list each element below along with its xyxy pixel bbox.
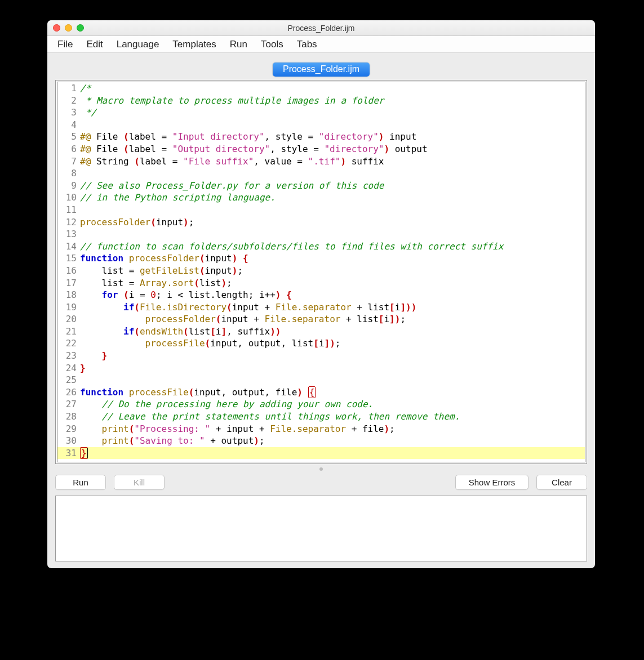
code-content[interactable]: // See also Process_Folder.py for a vers…	[79, 180, 585, 192]
code-content[interactable]: #@ File (label = "Input directory", styl…	[79, 131, 585, 143]
code-line[interactable]: 21 if(endsWith(list[i], suffix))	[57, 325, 585, 338]
code-content[interactable]: function processFolder(input) {	[79, 252, 585, 265]
code-content[interactable]	[79, 374, 585, 386]
line-number: 12	[57, 216, 79, 229]
line-number: 8	[57, 167, 79, 180]
document-tab[interactable]: Process_Folder.ijm	[273, 63, 370, 77]
menu-templates[interactable]: Templates	[167, 37, 224, 52]
line-number: 16	[57, 265, 79, 277]
code-line[interactable]: 23 }	[57, 350, 585, 362]
clear-button[interactable]: Clear	[536, 475, 587, 490]
code-editor[interactable]: 1/*2 * Macro template to process multipl…	[57, 82, 585, 462]
kill-button[interactable]: Kill	[114, 475, 165, 490]
code-line[interactable]: 5#@ File (label = "Input directory", sty…	[57, 131, 585, 143]
code-content[interactable]: #@ String (label = "File suffix", value …	[79, 155, 585, 168]
code-line[interactable]: 25	[57, 374, 585, 386]
code-line[interactable]: 4	[57, 119, 585, 131]
code-content[interactable]: }	[79, 350, 585, 362]
code-content[interactable]	[79, 119, 585, 131]
output-console[interactable]	[55, 496, 587, 561]
menu-edit[interactable]: Edit	[81, 37, 110, 52]
zoom-icon[interactable]	[77, 24, 84, 32]
code-line[interactable]: 15function processFolder(input) {	[57, 252, 585, 265]
code-content[interactable]	[79, 167, 585, 180]
code-content[interactable]: list = getFileList(input);	[79, 265, 585, 277]
code-line[interactable]: 9// See also Process_Folder.py for a ver…	[57, 180, 585, 192]
menu-file[interactable]: File	[52, 37, 81, 52]
code-line[interactable]: 1/*	[57, 82, 585, 95]
code-line[interactable]: 7#@ String (label = "File suffix", value…	[57, 155, 585, 168]
code-content[interactable]: // Leave the print statements until thin…	[79, 411, 585, 423]
editor-frame: 1/*2 * Macro template to process multipl…	[55, 80, 587, 464]
line-number: 26	[57, 386, 79, 399]
tab-strip: Process_Folder.ijm	[47, 53, 595, 80]
titlebar[interactable]: Process_Folder.ijm	[47, 20, 595, 36]
code-line[interactable]: 2 * Macro template to process multiple i…	[57, 95, 585, 107]
code-line[interactable]: 8	[57, 167, 585, 180]
code-content[interactable]: processFile(input, output, list[i]);	[79, 337, 585, 350]
code-line[interactable]: 3 */	[57, 106, 585, 119]
code-content[interactable]: function processFile(input, output, file…	[79, 386, 585, 399]
menu-language[interactable]: Language	[111, 37, 167, 52]
line-number: 25	[57, 374, 79, 386]
code-content[interactable]: list = Array.sort(list);	[79, 277, 585, 289]
code-line[interactable]: 29 print("Processing: " + input + File.s…	[57, 423, 585, 435]
code-content[interactable]: processFolder(input + File.separator + l…	[79, 313, 585, 325]
code-content[interactable]: */	[79, 106, 585, 119]
show-errors-button[interactable]: Show Errors	[455, 475, 528, 490]
code-line[interactable]: 22 processFile(input, output, list[i]);	[57, 337, 585, 350]
window-controls	[53, 24, 84, 32]
close-icon[interactable]	[53, 24, 60, 32]
code-line[interactable]: 31}	[57, 447, 585, 460]
code-line[interactable]: 28 // Leave the print statements until t…	[57, 411, 585, 423]
code-line[interactable]: 27 // Do the processing here by adding y…	[57, 398, 585, 411]
code-content[interactable]: #@ File (label = "Output directory", sty…	[79, 143, 585, 155]
code-line[interactable]: 17 list = Array.sort(list);	[57, 277, 585, 289]
menu-run[interactable]: Run	[224, 37, 255, 52]
run-button[interactable]: Run	[55, 475, 106, 490]
code-line[interactable]: 20 processFolder(input + File.separator …	[57, 313, 585, 325]
code-content[interactable]: * Macro template to process multiple ima…	[79, 95, 585, 107]
code-content[interactable]: processFolder(input);	[79, 216, 585, 229]
code-line[interactable]: 19 if(File.isDirectory(input + File.sepa…	[57, 301, 585, 314]
text-cursor	[87, 448, 88, 458]
code-line[interactable]: 16 list = getFileList(input);	[57, 265, 585, 277]
code-content[interactable]: }	[79, 362, 585, 374]
code-line[interactable]: 18 for (i = 0; i < list.length; i++) {	[57, 289, 585, 301]
line-number: 24	[57, 362, 79, 374]
code-content[interactable]: /*	[79, 82, 585, 95]
code-content[interactable]: // function to scan folders/subfolders/f…	[79, 240, 585, 253]
line-number: 14	[57, 240, 79, 253]
window-title: Process_Folder.ijm	[47, 24, 595, 33]
line-number: 10	[57, 191, 79, 204]
pane-splitter[interactable]	[47, 466, 595, 472]
code-content[interactable]: }	[79, 447, 585, 460]
code-line[interactable]: 14// function to scan folders/subfolders…	[57, 240, 585, 253]
code-content[interactable]: for (i = 0; i < list.length; i++) {	[79, 289, 585, 301]
code-content[interactable]	[79, 228, 585, 240]
menu-tabs[interactable]: Tabs	[291, 37, 325, 52]
code-line[interactable]: 26function processFile(input, output, fi…	[57, 386, 585, 399]
code-content[interactable]: print("Processing: " + input + File.sepa…	[79, 423, 585, 435]
code-content[interactable]: if(endsWith(list[i], suffix))	[79, 325, 585, 338]
code-line[interactable]: 10// in the Python scripting language.	[57, 191, 585, 204]
code-line[interactable]: 12processFolder(input);	[57, 216, 585, 229]
line-number: 17	[57, 277, 79, 289]
line-number: 9	[57, 180, 79, 192]
code-content[interactable]: print("Saving to: " + output);	[79, 435, 585, 447]
code-line[interactable]: 13	[57, 228, 585, 240]
code-line[interactable]: 30 print("Saving to: " + output);	[57, 435, 585, 447]
line-number: 7	[57, 155, 79, 168]
code-content[interactable]: if(File.isDirectory(input + File.separat…	[79, 301, 585, 314]
line-number: 31	[57, 447, 79, 460]
code-line[interactable]: 6#@ File (label = "Output directory", st…	[57, 143, 585, 155]
minimize-icon[interactable]	[65, 24, 72, 32]
code-content[interactable]: // in the Python scripting language.	[79, 191, 585, 204]
menu-tools[interactable]: Tools	[255, 37, 291, 52]
line-number: 29	[57, 423, 79, 435]
code-content[interactable]	[79, 204, 585, 216]
code-line[interactable]: 11	[57, 204, 585, 216]
code-line[interactable]: 24}	[57, 362, 585, 374]
line-number: 13	[57, 228, 79, 240]
code-content[interactable]: // Do the processing here by adding your…	[79, 398, 585, 411]
